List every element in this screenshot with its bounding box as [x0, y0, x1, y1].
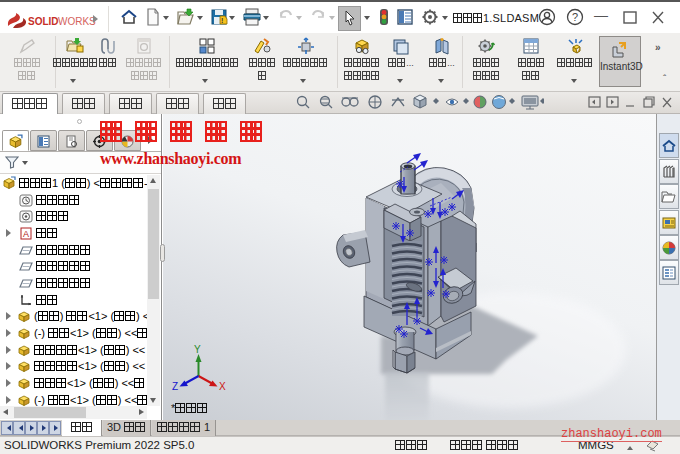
- svg-text:WORKS: WORKS: [58, 16, 96, 27]
- svg-text:SOLID: SOLID: [28, 16, 59, 27]
- svg-text:?: ?: [572, 11, 578, 23]
- svg-text:X: X: [219, 381, 226, 392]
- svg-text:Z: Z: [172, 381, 178, 392]
- svg-text:A: A: [23, 229, 29, 239]
- svg-text:Y: Y: [194, 344, 201, 355]
- svg-text:!: !: [221, 17, 223, 24]
